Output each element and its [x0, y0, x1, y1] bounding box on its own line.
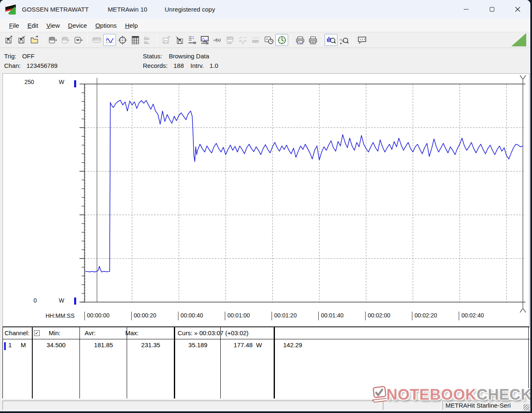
menu-edit[interactable]: Edit: [23, 20, 42, 31]
menu-file[interactable]: File: [5, 20, 23, 31]
x-tick-label: 00:01:00: [225, 312, 250, 320]
y-range-marker: [74, 298, 76, 305]
chan-label: Chan:: [4, 61, 21, 70]
trig-label: Trig:: [4, 51, 16, 61]
device-name: METRAHit Starline-Seri: [445, 402, 511, 409]
chan-value: 123456789: [26, 62, 58, 69]
table-header-divider: [2, 339, 530, 339]
cursor2-top-handle: [520, 75, 526, 79]
menu-device[interactable]: Device: [64, 20, 91, 31]
title-vendor: GOSSEN METRAWATT: [22, 6, 89, 13]
resize-grip[interactable]: [523, 404, 530, 411]
delta-value: 142.29: [283, 341, 302, 348]
max-value: 231.35: [127, 341, 174, 348]
channel-table: Channel: ✓ Min: Avr: Max: Curs: » 00:03:…: [2, 327, 530, 399]
print-icon[interactable]: [306, 34, 319, 46]
cursor-header-label: Curs: » 00:03:07 (+03:02): [178, 329, 248, 336]
zoom-in-icon[interactable]: [325, 34, 337, 46]
power-trend-chart[interactable]: [3, 74, 530, 327]
cursor2-value: 177.48 W: [221, 341, 274, 348]
statusbar-segment-middle: [383, 401, 441, 410]
record-data-icon[interactable]: [173, 34, 185, 46]
view-xy-icon[interactable]: [116, 34, 129, 46]
table-column-border: [32, 327, 33, 399]
minimize-button[interactable]: [453, 0, 479, 19]
svg-text:321: 321: [63, 38, 66, 40]
cursor1-value: 35.189: [175, 341, 221, 348]
file-export-icon[interactable]: [2, 34, 15, 46]
svg-text:1257: 1257: [94, 38, 98, 40]
table-column-border: [274, 327, 275, 399]
annotation-icon[interactable]: [356, 34, 368, 46]
svg-text:321: 321: [228, 37, 231, 39]
view-curve-icon[interactable]: [103, 34, 116, 46]
trigger-multi-icon: [250, 34, 262, 46]
max-header-label: Max:: [118, 329, 139, 336]
statusbar-device-segment: METRAHit Starline-Seri: [443, 401, 522, 410]
display-config-icon[interactable]: [198, 34, 211, 46]
records-value: 188: [173, 62, 184, 69]
x-tick-label: 00:01:40: [318, 312, 344, 320]
y-min-label: 0: [34, 297, 37, 304]
read-from-device-icon: 321: [59, 34, 72, 46]
trigger-single-icon: [237, 34, 250, 46]
table-column-border: [127, 327, 127, 399]
time-sync-icon[interactable]: 12: [262, 34, 275, 46]
menu-help[interactable]: Help: [121, 20, 142, 31]
chart-panel[interactable]: 250 W 0 W HH:MM:SS 00:00:0000:00:2000:00…: [2, 73, 530, 327]
y-unit-top-label: W: [59, 79, 64, 85]
x-tick-label: 00:02:20: [412, 312, 437, 320]
y-max-label: 250: [24, 79, 34, 85]
records-label: Records:: [143, 61, 168, 70]
live-timer-icon[interactable]: [275, 34, 288, 46]
file-open-icon[interactable]: [28, 34, 41, 46]
x-tick-label: 00:00:20: [131, 312, 156, 320]
x-axis-format-label: HH:MM:SS: [46, 312, 75, 319]
toolbar-separator: [353, 35, 353, 45]
file-save-icon[interactable]: [15, 34, 28, 46]
device-memory-icon[interactable]: M: [72, 34, 85, 46]
maximize-icon: [490, 7, 494, 12]
channel-config-icon[interactable]: [185, 34, 198, 46]
channel-id: 1: [8, 341, 12, 348]
min-header-label: Min:: [40, 329, 60, 336]
view-histogram-icon: [142, 34, 154, 46]
menu-view[interactable]: View: [42, 20, 64, 31]
toolbar-separator: [322, 35, 322, 45]
view-table-icon[interactable]: [129, 34, 142, 46]
maximize-button[interactable]: [479, 0, 505, 19]
x-tick-label: 00:01:20: [272, 312, 297, 320]
channel-color-bar: [4, 342, 6, 350]
table-column-border: [79, 327, 80, 399]
x-tick-label: 00:00:40: [178, 312, 203, 320]
toolbar-separator: [87, 35, 88, 45]
statusbar: METRAHit Starline-Seri: [0, 399, 530, 411]
interval-label: Intrv.: [190, 62, 204, 69]
power-trace: [85, 100, 523, 272]
svg-text:321: 321: [50, 38, 53, 40]
app-window: GOSSEN METRAWATT METRAwin 10 Unregistere…: [0, 0, 530, 411]
print-preview-icon[interactable]: [294, 34, 306, 46]
x-tick-label: 00:00:00: [84, 312, 110, 320]
channel-visible-checkbox[interactable]: ✓: [34, 330, 40, 336]
svg-text:12: 12: [266, 38, 268, 40]
table-column-border: [220, 327, 221, 399]
close-icon: [515, 7, 520, 12]
multimeter-display-icon: 1257: [90, 34, 103, 46]
x-tick-label: 00:02:00: [365, 312, 390, 320]
channel-header-label: Channel:: [5, 329, 29, 336]
menubar: File Edit View Device Options Help: [0, 19, 530, 32]
send-to-device-icon[interactable]: 321: [46, 34, 59, 46]
channel-mode: M: [21, 341, 26, 348]
avr-header-label: Avr:: [75, 329, 96, 336]
interval-value: 1.0: [209, 62, 218, 69]
formula-icon[interactable]: =f(x): [211, 34, 224, 46]
svg-text:=f(x): =f(x): [213, 38, 221, 42]
y-range-marker: [74, 80, 76, 87]
zoom-out-icon[interactable]: [337, 34, 350, 46]
toolbar-separator: [43, 35, 44, 45]
menu-options[interactable]: Options: [91, 20, 121, 31]
toolbar: 321321M1257=f(x)32112: [0, 32, 530, 48]
close-button[interactable]: [505, 0, 530, 19]
cursor2-bottom-handle: [520, 308, 526, 312]
